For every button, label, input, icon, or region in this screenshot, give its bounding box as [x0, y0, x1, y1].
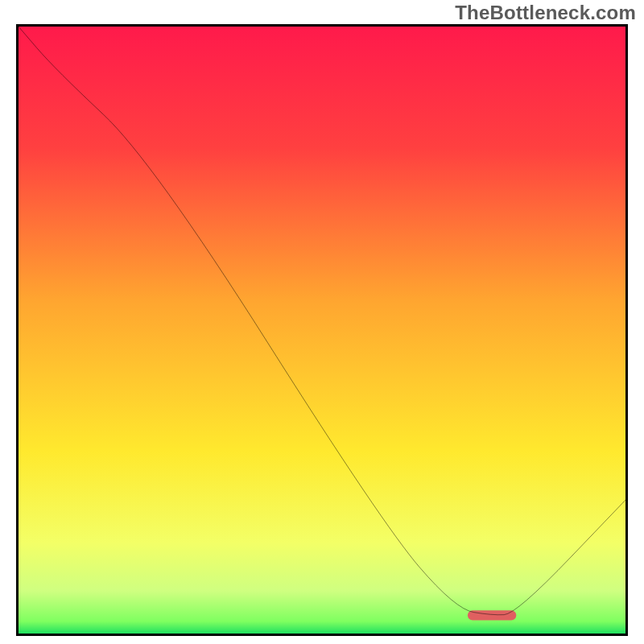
svg-rect-0: [468, 610, 516, 620]
watermark-text: TheBottleneck.com: [455, 2, 636, 24]
chart-container: TheBottleneck.com: [0, 0, 644, 644]
gradient-background: [19, 27, 625, 634]
marker-pill: [468, 610, 516, 620]
chart-svg: [19, 27, 625, 634]
plot-area: [16, 24, 628, 636]
